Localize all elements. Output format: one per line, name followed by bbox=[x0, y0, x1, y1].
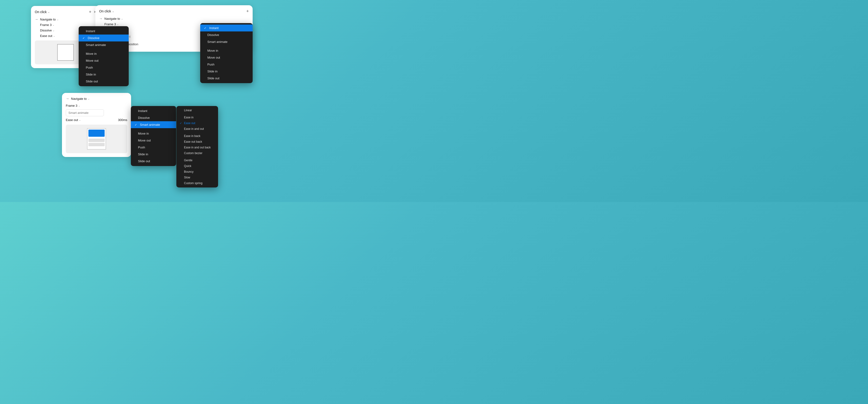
sub-item-ease-in-out[interactable]: Ease in and out bbox=[176, 126, 218, 132]
item-label: Slide in bbox=[207, 70, 218, 73]
sub-item-bouncy[interactable]: Bouncy bbox=[176, 169, 218, 175]
item-label: Move out bbox=[86, 59, 98, 62]
p2-dropdown-item-slide-out[interactable]: Slide out bbox=[200, 75, 253, 82]
dissolve-chevron-icon: ⌄ bbox=[53, 29, 55, 32]
ease-chevron-icon-3: ⌄ bbox=[79, 119, 81, 121]
navigate-arrow-icon-2: → bbox=[99, 17, 102, 21]
item-label: Smart animate bbox=[140, 123, 160, 127]
sub-item-custom-bezier[interactable]: Custom bezier bbox=[176, 150, 218, 156]
dropdown-item-instant[interactable]: Instant bbox=[79, 28, 129, 35]
sub-item-ease-out[interactable]: ✓ Ease out bbox=[176, 120, 218, 126]
frame-label-3: Frame 3 bbox=[66, 104, 77, 107]
item-label: Slide out bbox=[207, 76, 219, 80]
navigate-label-3: Navigate to bbox=[71, 97, 87, 101]
p3-item-move-in[interactable]: Move in bbox=[131, 130, 176, 137]
frame-chevron-icon-3: ⌄ bbox=[78, 104, 80, 107]
item-label: Dissolve bbox=[88, 36, 99, 40]
dropdown-item-slide-out[interactable]: Slide out bbox=[79, 78, 129, 85]
frame-chevron-icon: ⌄ bbox=[53, 24, 54, 26]
panel-3-frame-dropdown[interactable]: Frame 3 ⌄ bbox=[66, 104, 80, 107]
panel-3-ease-row: Ease out ⌄ 300ms bbox=[66, 118, 127, 122]
panel-1-dissolve-dropdown[interactable]: Dissolve ⌄ bbox=[40, 29, 55, 32]
p2-dropdown-item-push[interactable]: Push bbox=[200, 61, 253, 68]
panel-1-navigate-dropdown[interactable]: Navigate to ⌄ bbox=[40, 18, 59, 21]
panel-3-ease-dropdown[interactable]: Ease out ⌄ bbox=[66, 118, 81, 122]
dissolve-label: Dissolve bbox=[40, 29, 52, 32]
panel-2-add-button[interactable]: + bbox=[246, 9, 249, 13]
item-label: Instant bbox=[86, 29, 95, 33]
p3-item-push[interactable]: Push bbox=[131, 144, 176, 151]
p2-dropdown-item-move-out[interactable]: Move out bbox=[200, 54, 253, 61]
item-label: Push bbox=[86, 66, 93, 69]
panel-3-frame-row: Frame 3 ⌄ bbox=[66, 104, 127, 107]
frame-label: Frame 3 bbox=[40, 23, 52, 27]
sub-item-ease-in[interactable]: Ease in bbox=[176, 114, 218, 120]
smart-animate-input[interactable] bbox=[66, 109, 104, 116]
sub-item-quick[interactable]: Quick bbox=[176, 163, 218, 169]
dropdown-item-move-out[interactable]: Move out bbox=[79, 57, 129, 64]
dropdown-divider bbox=[79, 48, 129, 50]
navigate-chevron-icon-3: ⌄ bbox=[88, 97, 90, 100]
sub-item-ease-out-back[interactable]: Ease out back bbox=[176, 139, 218, 144]
panel-1-ease-dropdown[interactable]: Ease out ⌄ bbox=[40, 34, 55, 38]
ease-chevron-icon: ⌄ bbox=[53, 35, 55, 37]
item-label: Instant bbox=[209, 26, 219, 30]
panel-1-frame-dropdown[interactable]: Frame 3 ⌄ bbox=[40, 23, 54, 27]
panel-1-dropdown-menu: Instant ✓ Dissolve Smart animate Move in… bbox=[79, 26, 129, 86]
item-label: Dissolve bbox=[207, 33, 219, 37]
check-icon: ✓ bbox=[83, 36, 86, 40]
navigate-chevron-icon-2: ⌄ bbox=[121, 18, 123, 20]
p2-dropdown-item-move-in[interactable]: Move in bbox=[200, 47, 253, 54]
panel-3-sub-dropdown: Linear Ease in ✓ Ease out Ease in and ou… bbox=[176, 106, 218, 188]
dropdown-item-push[interactable]: Push bbox=[79, 64, 129, 71]
p2-dropdown-item-instant[interactable]: ✓ Instant bbox=[200, 25, 253, 31]
sub-item-custom-spring[interactable]: Custom spring bbox=[176, 180, 218, 186]
sub-item-ease-in-back[interactable]: Ease in back bbox=[176, 133, 218, 139]
dropdown-item-dissolve[interactable]: ✓ Dissolve bbox=[79, 35, 129, 41]
navigate-chevron-icon: ⌄ bbox=[57, 18, 59, 21]
item-label: Move in bbox=[86, 52, 97, 56]
item-label: Ease in and out bbox=[184, 127, 204, 131]
panel-1-trigger[interactable]: On click ⌄ bbox=[35, 10, 50, 14]
p3-item-instant[interactable]: Instant bbox=[131, 107, 176, 114]
p2-dropdown-item-smart-animate[interactable]: Smart animate bbox=[200, 38, 253, 45]
panel-2-chevron: ⌄ bbox=[112, 10, 114, 13]
dropdown-item-smart-animate[interactable]: Smart animate bbox=[79, 41, 129, 48]
panel-3-navigate-dropdown[interactable]: Navigate to ⌄ bbox=[71, 97, 90, 101]
panel-2-title: On click bbox=[99, 9, 111, 13]
panel-2-frame-dropdown[interactable]: Frame 3 ⌄ bbox=[104, 23, 119, 26]
frame-chevron-icon-2: ⌄ bbox=[117, 23, 119, 26]
panel-2-trigger[interactable]: On click ⌄ bbox=[99, 9, 114, 13]
item-label: Slide in bbox=[86, 73, 96, 76]
panel-1-preview-frame bbox=[57, 44, 74, 61]
sub-item-slow[interactable]: Slow bbox=[176, 175, 218, 180]
sub-item-linear[interactable]: Linear bbox=[176, 107, 218, 113]
item-label: Push bbox=[207, 63, 215, 66]
navigate-label: Navigate to bbox=[40, 18, 56, 21]
panel-1-add-button[interactable]: + bbox=[89, 10, 92, 14]
dropdown-item-move-in[interactable]: Move in bbox=[79, 50, 129, 57]
item-label: Smart animate bbox=[207, 40, 227, 43]
dropdown-item-slide-in[interactable]: Slide in bbox=[79, 71, 129, 78]
panel-3-preview bbox=[66, 125, 127, 153]
p3-item-move-out[interactable]: Move out bbox=[131, 137, 176, 144]
panel-2-navigate-dropdown[interactable]: Navigate to ⌄ bbox=[104, 17, 123, 21]
p2-dropdown-item-dissolve[interactable]: Dissolve bbox=[200, 31, 253, 38]
item-label: Slide out bbox=[138, 159, 150, 163]
item-label: Push bbox=[138, 145, 145, 149]
preview-gray-block-2 bbox=[88, 143, 105, 146]
panel-2-actions: + bbox=[246, 9, 249, 13]
p3-item-slide-in[interactable]: Slide in bbox=[131, 151, 176, 158]
p3-item-dissolve[interactable]: Dissolve bbox=[131, 114, 176, 121]
sub-item-ease-in-out-back[interactable]: Ease in and out back bbox=[176, 144, 218, 150]
panel-3-smart-animate-row bbox=[66, 109, 127, 116]
panel-3-main-dropdown: Instant Dissolve ✓ Smart animate Move in… bbox=[131, 106, 176, 166]
ease-label: Ease out bbox=[40, 34, 52, 38]
p3-item-slide-out[interactable]: Slide out bbox=[131, 158, 176, 165]
p3-item-smart-animate[interactable]: ✓ Smart animate bbox=[131, 121, 176, 128]
p2-dropdown-item-slide-in[interactable]: Slide in bbox=[200, 68, 253, 75]
panel-1-header: On click ⌄ + × bbox=[35, 10, 96, 14]
navigate-arrow-icon: → bbox=[35, 18, 38, 21]
sub-item-gentle[interactable]: Gentle bbox=[176, 158, 218, 163]
check-icon-p3: ✓ bbox=[135, 123, 138, 127]
